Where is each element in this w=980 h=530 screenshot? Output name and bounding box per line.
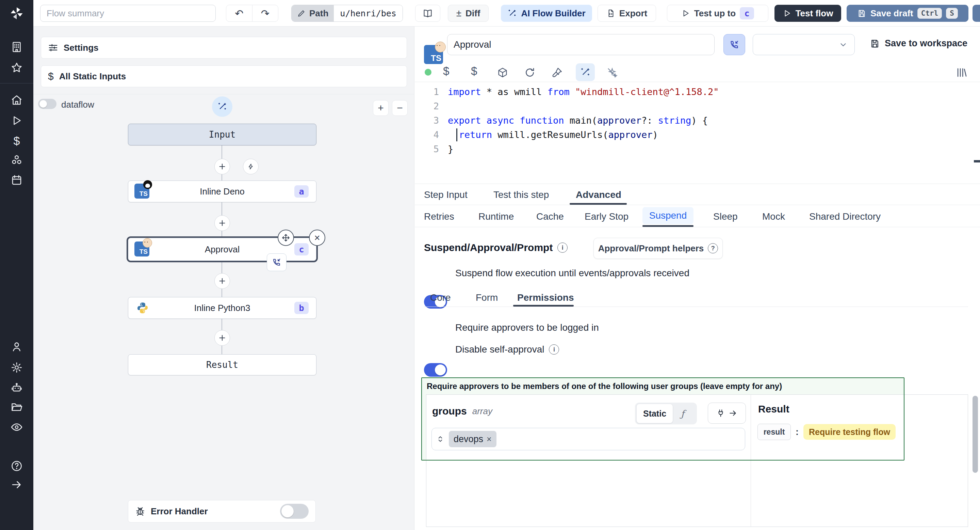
innertab-form[interactable]: Form: [476, 292, 498, 303]
schedules-calendar-icon[interactable]: [11, 174, 23, 186]
error-handler-toggle[interactable]: [280, 504, 309, 519]
save-to-workspace-button[interactable]: Save to workspace: [870, 38, 967, 49]
deploy-button-partial[interactable]: [972, 5, 980, 22]
zoom-out-button[interactable]: −: [392, 100, 408, 116]
tab-step-input[interactable]: Step Input: [424, 189, 468, 200]
windmill-flow-editor: $ ↶ ↷ Path u/henri/bes ± Diff AI Flow Bu…: [0, 0, 980, 530]
zoom-in-button[interactable]: +: [373, 100, 388, 116]
suspend-phone-button[interactable]: [724, 34, 745, 55]
error-handler-card[interactable]: Error Handler: [128, 500, 316, 522]
move-step-icon[interactable]: [278, 230, 294, 246]
fx-mode-icon[interactable]: ƒ: [673, 404, 692, 423]
group-chip-devops[interactable]: devops ×: [449, 431, 496, 447]
add-step-button-4[interactable]: [215, 330, 230, 346]
add-step-button-3[interactable]: [215, 273, 230, 289]
error-handler-label: Error Handler: [151, 506, 208, 517]
ai-assist-wand-icon[interactable]: [576, 63, 595, 81]
runs-play-icon[interactable]: [11, 115, 23, 127]
code-editor[interactable]: 1import * as wmill from "windmill-client…: [419, 85, 964, 156]
flow-node-inline-python[interactable]: Inline Python3 b: [128, 297, 317, 319]
save-floppy-icon: [870, 38, 880, 49]
resources-cubes-icon[interactable]: [11, 154, 23, 166]
expand-arrow-right-icon[interactable]: [11, 479, 23, 491]
trigger-lightning-button[interactable]: [243, 159, 259, 174]
path-control[interactable]: Path u/henri/bes: [291, 5, 403, 22]
save-draft-button[interactable]: Save draft Ctrl S: [846, 5, 969, 22]
test-up-to-step-badge: c: [740, 7, 754, 19]
dataflow-toggle[interactable]: [38, 99, 56, 109]
info-icon[interactable]: i: [549, 344, 559, 354]
approval-prompt-helpers-button[interactable]: Approval/Prompt helpers ?: [593, 238, 723, 259]
chevron-down-icon: [839, 40, 848, 49]
diff-button[interactable]: ± Diff: [448, 5, 488, 22]
workers-robot-icon[interactable]: [11, 382, 23, 394]
path-value: u/henri/bes: [334, 5, 402, 21]
subtab-mock[interactable]: Mock: [762, 211, 785, 222]
home-icon[interactable]: [11, 94, 23, 106]
favorites-star-icon[interactable]: [11, 62, 23, 74]
magic-wand-icon: [508, 8, 517, 18]
subtab-suspend[interactable]: Suspend: [643, 207, 694, 224]
help-circle-icon[interactable]: [11, 460, 23, 472]
sort-handle-icon[interactable]: [436, 435, 445, 444]
folders-folder-icon[interactable]: [11, 401, 23, 413]
all-static-inputs-card[interactable]: $ All Static Inputs: [41, 65, 407, 87]
sparkles-off-icon[interactable]: [606, 67, 618, 78]
subtab-early-stop[interactable]: Early Stop: [585, 211, 628, 222]
tab-advanced[interactable]: Advanced: [576, 189, 621, 200]
tab-test-this-step[interactable]: Test this step: [493, 189, 549, 200]
step-typescript-icon: TS: [424, 45, 443, 64]
disable-self-approval-label: Disable self-approval: [455, 344, 544, 355]
flow-summary-input[interactable]: [40, 5, 216, 22]
audit-eye-icon[interactable]: [11, 421, 23, 433]
flow-node-input[interactable]: Input: [128, 124, 317, 145]
info-icon[interactable]: i: [557, 243, 568, 253]
ai-flow-builder-button[interactable]: AI Flow Builder: [501, 5, 592, 22]
innertab-core[interactable]: Core: [430, 292, 451, 303]
connect-input-button[interactable]: [708, 402, 746, 424]
step-name-input[interactable]: [447, 34, 714, 55]
require-logged-in-toggle[interactable]: [424, 363, 447, 377]
add-step-button-2[interactable]: [215, 215, 230, 231]
code-lines: 1import * as wmill from "windmill-client…: [419, 85, 964, 156]
test-flow-button[interactable]: Test flow: [775, 5, 841, 22]
windmill-logo-icon[interactable]: [0, 0, 33, 27]
user-person-icon[interactable]: [11, 341, 23, 353]
static-mode-switch[interactable]: Static ƒ: [635, 402, 697, 425]
variable-picker-icon[interactable]: $: [443, 65, 449, 78]
reload-icon[interactable]: [524, 67, 536, 78]
ai-step-wand-button[interactable]: [212, 96, 232, 117]
docs-book-button[interactable]: [415, 5, 440, 22]
workspace-building-icon[interactable]: [11, 41, 23, 53]
subtab-sleep[interactable]: Sleep: [713, 211, 738, 222]
subtab-retries[interactable]: Retries: [424, 211, 454, 222]
export-button[interactable]: Export: [598, 5, 656, 22]
format-brush-icon[interactable]: [551, 67, 563, 78]
flow-node-inline-deno[interactable]: TS Inline Deno a: [128, 180, 317, 202]
package-box-icon[interactable]: [497, 67, 508, 78]
script-version-dropdown[interactable]: [753, 34, 855, 55]
undo-icon[interactable]: ↶: [226, 5, 253, 21]
resource-picker-icon[interactable]: $: [471, 65, 477, 78]
python-node-label: Inline Python3: [194, 303, 250, 313]
redo-icon[interactable]: ↷: [253, 5, 278, 21]
flow-settings-label: Settings: [64, 43, 99, 53]
test-up-to-button[interactable]: Test up to c: [667, 5, 768, 22]
groups-array-input[interactable]: devops ×: [431, 428, 745, 450]
script-library-icon[interactable]: [956, 67, 967, 78]
settings-gear-icon[interactable]: [11, 361, 23, 374]
subtab-runtime[interactable]: Runtime: [479, 211, 514, 222]
python-icon: [136, 301, 150, 315]
delete-step-icon[interactable]: ×: [309, 230, 325, 246]
variables-dollar-icon[interactable]: $: [11, 134, 23, 147]
innertab-permissions[interactable]: Permissions: [517, 292, 574, 303]
subtab-cache[interactable]: Cache: [536, 211, 564, 222]
add-step-button-1[interactable]: [215, 159, 230, 174]
panel-scrollbar-thumb[interactable]: [972, 396, 978, 473]
chip-remove-icon[interactable]: ×: [487, 434, 492, 444]
approval-prompt-helpers-label: Approval/Prompt helpers: [598, 243, 704, 254]
static-mode-label[interactable]: Static: [636, 404, 673, 423]
flow-node-result[interactable]: Result: [128, 354, 317, 375]
subtab-shared-directory[interactable]: Shared Directory: [809, 211, 881, 222]
flow-settings-card[interactable]: Settings: [41, 37, 407, 59]
